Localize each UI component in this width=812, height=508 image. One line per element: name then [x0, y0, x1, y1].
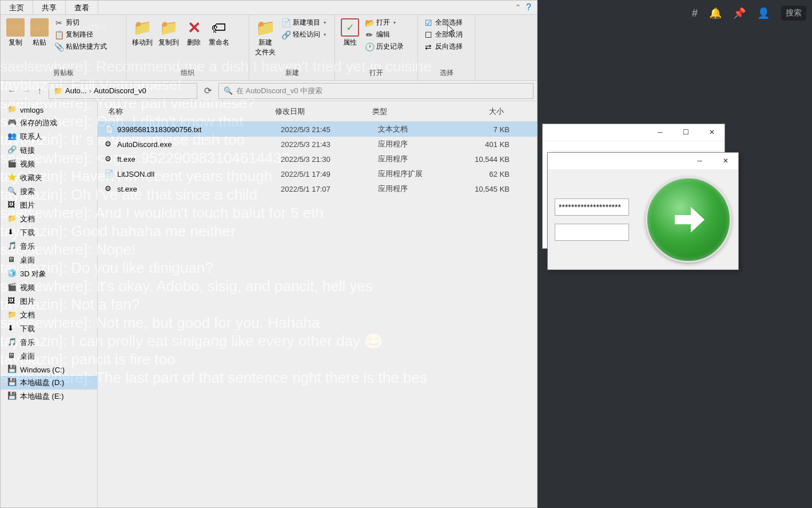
minimize-button[interactable]: ─: [647, 124, 673, 140]
user-icon[interactable]: 👤: [757, 7, 770, 19]
column-headers[interactable]: 名称 修改日期 类型 大小: [98, 101, 537, 122]
file-row[interactable]: ⚙ft.exe2022/5/3 21:30应用程序10,544 KB: [98, 152, 537, 166]
file-icon: ⚙: [105, 184, 114, 193]
go-button[interactable]: [646, 177, 731, 263]
file-name: AutoDiscord.exe: [117, 140, 281, 149]
sidebar-item[interactable]: 🖥桌面: [1, 253, 97, 267]
delete-button[interactable]: 删除: [184, 17, 204, 49]
tab-home[interactable]: 主页: [1, 1, 33, 14]
tab-share[interactable]: 共享: [33, 1, 66, 14]
sidebar-item[interactable]: 📁文档: [1, 212, 97, 226]
file-row[interactable]: 📄939856813183090756.txt2022/5/3 21:45文本文…: [98, 122, 537, 137]
search-input[interactable]: 🔍 在 AutoDiscord_v0 中搜索: [218, 83, 534, 99]
forward-icon[interactable]: →: [22, 86, 31, 96]
new-item-button[interactable]: 新建项目: [280, 17, 327, 28]
sidebar-item[interactable]: ⬇下载: [1, 322, 97, 336]
up-icon[interactable]: ↑: [37, 86, 42, 96]
file-type: 应用程序扩展: [378, 169, 464, 179]
sidebar-item[interactable]: 🧊3D 对象: [1, 267, 97, 281]
refresh-icon[interactable]: ⟳: [201, 85, 215, 96]
edit-button[interactable]: 编辑: [364, 29, 405, 40]
history-button[interactable]: 历史记录: [364, 41, 405, 52]
breadcrumb[interactable]: 📁 Auto... › AutoDiscord_v0: [49, 83, 197, 99]
file-name: ft.exe: [117, 155, 281, 164]
text-field[interactable]: [555, 224, 629, 241]
sidebar-item[interactable]: 👥联系人: [1, 130, 97, 144]
titlebar: ─ ✕: [548, 153, 738, 170]
select-none-button[interactable]: 全部取消: [423, 29, 464, 40]
minimize-button[interactable]: ─: [687, 153, 713, 169]
new-folder-button[interactable]: 新建 文件夹: [254, 17, 277, 58]
copypath-button[interactable]: 复制路径: [53, 29, 108, 40]
password-field[interactable]: [555, 199, 629, 216]
sidebar-item-label: 收藏夹: [20, 173, 42, 183]
folder-icon: 📁: [54, 86, 63, 95]
moveto-button[interactable]: 移动到: [131, 17, 154, 49]
copy-button[interactable]: 复制: [5, 17, 26, 49]
sidebar-item-label: 下载: [20, 324, 35, 334]
folder-icon: 🔗: [7, 146, 17, 155]
sidebar-item-label: vmlogs: [20, 106, 43, 114]
file-size: 10,545 KB: [464, 185, 521, 193]
file-icon: ⚙: [105, 140, 114, 149]
sidebar-item-label: 音乐: [20, 338, 35, 348]
sidebar-item[interactable]: ⬇下载: [1, 226, 97, 240]
paste-button[interactable]: 粘贴: [29, 17, 50, 49]
maximize-button[interactable]: ☐: [673, 124, 699, 140]
file-date: 2022/5/3 21:43: [281, 140, 378, 149]
sidebar-item-label: 联系人: [20, 132, 42, 142]
close-button[interactable]: ✕: [699, 124, 725, 140]
open-button[interactable]: 打开: [364, 17, 405, 28]
collapse-ribbon-icon[interactable]: ⌃: [515, 3, 522, 12]
file-row[interactable]: ⚙AutoDiscord.exe2022/5/3 21:43应用程序401 KB: [98, 137, 537, 152]
pin-icon[interactable]: 📌: [733, 7, 746, 19]
close-button[interactable]: ✕: [713, 153, 738, 169]
sidebar-item[interactable]: 🎬视频: [1, 157, 97, 171]
sidebar-item[interactable]: 🔍搜索: [1, 185, 97, 199]
invert-selection-button[interactable]: 反向选择: [423, 41, 464, 52]
file-row[interactable]: 📄LitJSON.dll2022/5/1 17:49应用程序扩展62 KB: [98, 166, 537, 181]
sidebar[interactable]: 📁vmlogs🎮保存的游戏👥联系人🔗链接🎬视频⭐收藏夹🔍搜索🖼图片📁文档⬇下载🎵…: [1, 101, 98, 507]
copyto-button[interactable]: 复制到: [157, 17, 180, 49]
file-name: 939856813183090756.txt: [117, 125, 281, 134]
sidebar-item-label: 搜索: [20, 186, 35, 197]
sidebar-item[interactable]: 💾Windows (C:): [1, 363, 97, 376]
select-group-label: 选择: [423, 67, 470, 78]
sidebar-item[interactable]: 🎵音乐: [1, 240, 97, 253]
sidebar-item[interactable]: 💾本地磁盘 (D:): [1, 376, 97, 390]
discord-topbar: # 🔔 📌 👤 搜索: [692, 6, 806, 21]
folder-icon: 💾: [7, 365, 17, 374]
sidebar-item[interactable]: 💾本地磁盘 (E:): [1, 390, 97, 403]
sidebar-item[interactable]: 🖼图片: [1, 199, 97, 212]
rename-button[interactable]: 重命名: [208, 17, 230, 49]
sidebar-item-label: 本地磁盘 (E:): [20, 391, 64, 402]
arrow-right-icon: [666, 197, 711, 243]
cut-button[interactable]: 剪切: [53, 17, 108, 28]
sidebar-item[interactable]: 📁vmlogs: [1, 104, 97, 116]
hash-icon[interactable]: #: [692, 7, 698, 19]
sidebar-item[interactable]: 🖥桌面: [1, 350, 97, 363]
file-size: 401 KB: [464, 140, 521, 149]
back-icon[interactable]: ←: [7, 86, 17, 96]
sidebar-item[interactable]: 🎵音乐: [1, 336, 97, 350]
bell-icon[interactable]: 🔔: [709, 7, 722, 19]
select-all-button[interactable]: 全部选择: [423, 17, 464, 28]
file-name: LitJSON.dll: [117, 170, 281, 178]
file-row[interactable]: ⚙st.exe2022/5/1 17:07应用程序10,545 KB: [98, 181, 537, 196]
sidebar-item[interactable]: 📁文档: [1, 308, 97, 322]
sidebar-item[interactable]: 🎮保存的游戏: [1, 116, 97, 130]
tab-view[interactable]: 查看: [66, 1, 98, 14]
discord-search[interactable]: 搜索: [781, 6, 806, 21]
paste-shortcut-button[interactable]: 粘贴快捷方式: [53, 41, 108, 52]
folder-icon: 🖼: [7, 201, 17, 210]
sidebar-item[interactable]: 🔗链接: [1, 144, 97, 157]
easy-access-button[interactable]: 轻松访问: [280, 29, 327, 40]
file-name: st.exe: [117, 185, 281, 193]
file-size: 7 KB: [464, 125, 521, 134]
sidebar-item[interactable]: 🎬视频: [1, 281, 97, 295]
folder-icon: 📁: [7, 311, 17, 320]
sidebar-item[interactable]: 🖼图片: [1, 295, 97, 308]
properties-button[interactable]: 属性: [340, 17, 360, 49]
sidebar-item[interactable]: ⭐收藏夹: [1, 171, 97, 185]
help-icon[interactable]: ?: [526, 2, 531, 13]
